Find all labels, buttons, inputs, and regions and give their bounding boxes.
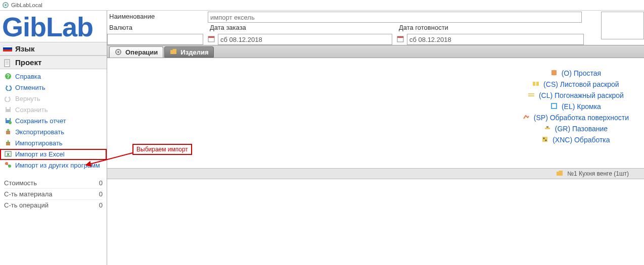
action-label: Сохранить отчет <box>15 117 66 126</box>
op-label: (GR) Пазование <box>555 125 608 133</box>
name-input[interactable] <box>208 12 582 23</box>
project-header[interactable]: Проект <box>0 56 107 69</box>
calendar-icon[interactable] <box>208 35 216 43</box>
action-label: Импорт из Excel <box>15 150 65 159</box>
svg-rect-33 <box>551 103 557 109</box>
window-titlebar: GibLabLocal <box>0 0 644 11</box>
op-linear-icon <box>528 91 536 99</box>
tab-products[interactable]: Изделия <box>164 46 214 58</box>
ready-date-input[interactable] <box>407 34 584 45</box>
svg-rect-4 <box>3 49 12 51</box>
window-title: GibLabLocal <box>11 2 42 8</box>
language-label: Язык <box>15 44 35 53</box>
save-report-action[interactable]: Сохранить отчет <box>0 116 107 127</box>
gear-icon <box>115 48 123 57</box>
action-label: Справка <box>15 72 41 81</box>
summary-row: С-ть операций 0 <box>4 199 103 210</box>
op-sheet[interactable]: (CS) Листовой раскрой <box>523 80 629 88</box>
op-groove-icon <box>544 125 552 133</box>
import-action[interactable]: Импортировать <box>0 138 107 149</box>
summary-row: С-ть материала 0 <box>4 188 103 199</box>
op-label: (SP) Обработка поверхности <box>534 114 629 122</box>
op-simple-icon <box>550 69 559 77</box>
svg-rect-2 <box>3 45 12 47</box>
footer-item[interactable]: №1 Кухня венге (1шт) <box>567 170 629 177</box>
report-icon <box>4 117 12 125</box>
op-xnc[interactable]: (XNC) Обработка <box>523 136 629 144</box>
undo-icon <box>4 83 12 91</box>
op-label: (XNC) Обработка <box>553 136 610 144</box>
folder-icon <box>170 48 178 56</box>
action-label: Экспортировать <box>15 128 64 137</box>
svg-rect-3 <box>3 47 12 49</box>
excel-icon: X <box>4 150 12 158</box>
document-icon <box>3 59 12 66</box>
op-groove[interactable]: (GR) Пазование <box>523 125 629 133</box>
svg-point-27 <box>117 51 119 53</box>
language-header[interactable]: Язык <box>0 42 107 56</box>
tab-label: Изделия <box>180 48 208 56</box>
svg-point-37 <box>543 138 545 139</box>
op-sheet-icon <box>532 80 540 88</box>
svg-line-39 <box>90 153 132 164</box>
svg-rect-31 <box>528 93 534 94</box>
svg-point-38 <box>545 140 547 141</box>
annotation-text: Выбираем импорт <box>136 146 188 153</box>
svg-rect-28 <box>551 70 557 75</box>
svg-rect-30 <box>536 82 539 86</box>
op-linear[interactable]: (CL) Погонажный раскрой <box>523 91 629 99</box>
export-action[interactable]: Экспортировать <box>0 127 107 138</box>
undo-action[interactable]: Отменить <box>0 82 107 93</box>
name-label: Наименование <box>107 12 206 23</box>
action-label: Сохранить <box>15 105 48 115</box>
action-label: Импортировать <box>15 139 63 148</box>
calendar-icon[interactable] <box>397 35 405 43</box>
summary-row: Стоимость 0 <box>4 177 103 188</box>
summary-value: 0 <box>99 190 103 198</box>
svg-rect-5 <box>5 60 10 67</box>
svg-point-15 <box>9 121 12 124</box>
svg-rect-29 <box>533 82 535 86</box>
svg-rect-25 <box>397 36 403 38</box>
app-icon <box>2 2 9 9</box>
save-icon <box>4 105 12 114</box>
svg-rect-35 <box>546 126 548 128</box>
preview-box <box>601 12 644 39</box>
import-other-icon <box>4 161 12 169</box>
svg-rect-12 <box>7 107 10 109</box>
help-icon: ? <box>4 72 12 80</box>
tabbar: Операции Изделия <box>107 45 644 58</box>
svg-rect-14 <box>7 118 10 120</box>
op-simple[interactable]: (O) Простая <box>523 69 629 77</box>
svg-rect-32 <box>528 95 534 96</box>
folder-icon <box>556 170 564 177</box>
flag-icon <box>3 45 12 52</box>
currency-input[interactable] <box>107 34 203 45</box>
content-area: (O) Простая (CS) Листовой раскрой (CL) П… <box>107 58 644 265</box>
tab-operations[interactable]: Операции <box>109 46 163 58</box>
ready-date-label: Дата готовности <box>397 23 586 34</box>
annotation-arrow <box>85 149 135 169</box>
summary-label: Стоимость <box>4 179 37 187</box>
summary-label: С-ть материала <box>4 190 53 198</box>
help-action[interactable]: ? Справка <box>0 71 107 82</box>
op-edge[interactable]: (EL) Кромка <box>523 102 629 111</box>
op-label: (CS) Листовой раскрой <box>543 80 619 88</box>
action-label: Вернуть <box>15 94 40 103</box>
order-date-input[interactable] <box>218 34 392 45</box>
op-xnc-icon <box>541 136 549 144</box>
svg-text:X: X <box>7 152 10 157</box>
main-area: Наименование Валюта Дата заказа <box>107 11 644 265</box>
operations-list: (O) Простая (CS) Листовой раскрой (CL) П… <box>523 66 629 147</box>
tab-label: Операции <box>125 48 158 56</box>
order-date-label: Дата заказа <box>208 23 395 34</box>
project-label: Проект <box>15 58 41 67</box>
summary-table: Стоимость 0 С-ть материала 0 С-ть операц… <box>0 173 107 213</box>
op-surface-icon <box>523 114 531 122</box>
redo-icon <box>4 94 12 102</box>
export-icon <box>4 128 12 136</box>
summary-label: С-ть операций <box>4 201 49 209</box>
op-surface[interactable]: (SP) Обработка поверхности <box>523 114 629 122</box>
svg-rect-23 <box>208 36 214 38</box>
summary-value: 0 <box>99 179 103 187</box>
